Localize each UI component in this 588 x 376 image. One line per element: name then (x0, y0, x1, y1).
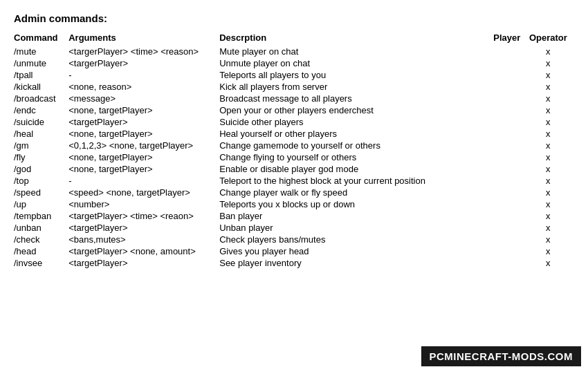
table-row: /tpall-Teleports all players to youx (14, 69, 574, 81)
table-row: /kickall<none, reason>Kick all players f… (14, 81, 574, 93)
cell-operator: x (526, 46, 574, 57)
cell-arguments: <targerPlayer> <time> <reason> (68, 46, 219, 57)
table-row: /suicide<targetPlayer>Suicide other play… (14, 116, 574, 128)
table-row: /invsee<targetPlayer>See player inventor… (14, 257, 574, 269)
cell-command: /kickall (14, 81, 68, 93)
cell-description: Enable or disable player god mode (219, 163, 492, 175)
cell-operator: x (526, 245, 574, 257)
cell-description: Change player walk or fly speed (219, 187, 492, 198)
cell-arguments: <none, targetPlayer> (68, 128, 219, 140)
cell-arguments: - (68, 69, 219, 81)
cell-command: /god (14, 163, 68, 175)
cell-command: /broadcast (14, 93, 68, 104)
cell-command: /top (14, 175, 68, 187)
cell-arguments: <targerPlayer> (68, 57, 219, 69)
cell-operator: x (526, 234, 574, 245)
table-row: /unmute<targerPlayer>Unmute player on ch… (14, 57, 574, 69)
table-row: /head<targetPlayer> <none, amount>Gives … (14, 245, 574, 257)
cell-command: /unmute (14, 57, 68, 69)
table-row: /tempban<targetPlayer> <time> <reaon>Ban… (14, 210, 574, 222)
cell-player (492, 245, 526, 257)
table-row: /fly<none, targetPlayer>Change flying to… (14, 151, 574, 163)
cell-command: /heal (14, 128, 68, 140)
cell-command: /head (14, 245, 68, 257)
table-row: /god<none, targetPlayer>Enable or disabl… (14, 163, 574, 175)
cell-player (492, 222, 526, 234)
cell-operator: x (526, 104, 574, 116)
cell-arguments: <speed> <none, targetPlayer> (68, 187, 219, 198)
cell-command: /gm (14, 140, 68, 151)
cell-player (492, 104, 526, 116)
cell-player (492, 210, 526, 222)
cell-arguments: <none, reason> (68, 81, 219, 93)
cell-command: /endc (14, 104, 68, 116)
cell-operator: x (526, 257, 574, 269)
cell-operator: x (526, 128, 574, 140)
cell-command: /mute (14, 46, 68, 57)
cell-command: /suicide (14, 116, 68, 128)
cell-arguments: <none, targetPlayer> (68, 163, 219, 175)
table-row: /top-Teleport to the highest block at yo… (14, 175, 574, 187)
cell-operator: x (526, 116, 574, 128)
commands-table: Command Arguments Descrption Player Oper… (14, 31, 574, 269)
header-player: Player (492, 31, 526, 46)
cell-operator: x (526, 163, 574, 175)
cell-description: Kick all players from server (219, 81, 492, 93)
header-description: Descrption (219, 31, 492, 46)
cell-operator: x (526, 175, 574, 187)
cell-player (492, 93, 526, 104)
cell-arguments: - (68, 175, 219, 187)
cell-operator: x (526, 222, 574, 234)
cell-description: Ban player (219, 210, 492, 222)
page-title: Admin commands: (14, 12, 574, 24)
cell-command: /tempban (14, 210, 68, 222)
cell-operator: x (526, 69, 574, 81)
cell-command: /tpall (14, 69, 68, 81)
table-row: /check<bans,mutes>Check players bans/mut… (14, 234, 574, 245)
cell-description: Teleports you x blocks up or down (219, 198, 492, 210)
table-row: /gm<0,1,2,3> <none, targetPlayer>Change … (14, 140, 574, 151)
cell-description: Heal yourself or other players (219, 128, 492, 140)
cell-arguments: <bans,mutes> (68, 234, 219, 245)
cell-player (492, 46, 526, 57)
cell-description: See player inventory (219, 257, 492, 269)
cell-arguments: <targetPlayer> <time> <reaon> (68, 210, 219, 222)
cell-arguments: <targetPlayer> (68, 116, 219, 128)
watermark-label: PCMINECRAFT-MODS.COM (421, 346, 582, 366)
cell-player (492, 257, 526, 269)
cell-operator: x (526, 187, 574, 198)
cell-command: /check (14, 234, 68, 245)
cell-description: Gives you player head (219, 245, 492, 257)
cell-command: /speed (14, 187, 68, 198)
cell-player (492, 187, 526, 198)
cell-description: Unban player (219, 222, 492, 234)
cell-description: Check players bans/mutes (219, 234, 492, 245)
cell-player (492, 163, 526, 175)
table-row: /speed<speed> <none, targetPlayer>Change… (14, 187, 574, 198)
cell-player (492, 69, 526, 81)
header-operator: Operator (526, 31, 574, 46)
cell-operator: x (526, 93, 574, 104)
cell-command: /invsee (14, 257, 68, 269)
cell-operator: x (526, 151, 574, 163)
table-row: /broadcast<message>Broadcast message to … (14, 93, 574, 104)
cell-player (492, 140, 526, 151)
cell-description: Change flying to yourself or others (219, 151, 492, 163)
cell-player (492, 234, 526, 245)
cell-description: Broadcast message to all players (219, 93, 492, 104)
cell-command: /fly (14, 151, 68, 163)
header-command: Command (14, 31, 68, 46)
cell-operator: x (526, 210, 574, 222)
cell-command: /unban (14, 222, 68, 234)
table-row: /heal<none, targetPlayer>Heal yourself o… (14, 128, 574, 140)
cell-arguments: <number> (68, 198, 219, 210)
cell-player (492, 116, 526, 128)
cell-arguments: <none, targetPlayer> (68, 104, 219, 116)
cell-command: /up (14, 198, 68, 210)
cell-description: Teleports all players to you (219, 69, 492, 81)
cell-arguments: <targetPlayer> <none, amount> (68, 245, 219, 257)
cell-arguments: <0,1,2,3> <none, targetPlayer> (68, 140, 219, 151)
cell-description: Open your or other players enderchest (219, 104, 492, 116)
cell-player (492, 57, 526, 69)
header-arguments: Arguments (68, 31, 219, 46)
